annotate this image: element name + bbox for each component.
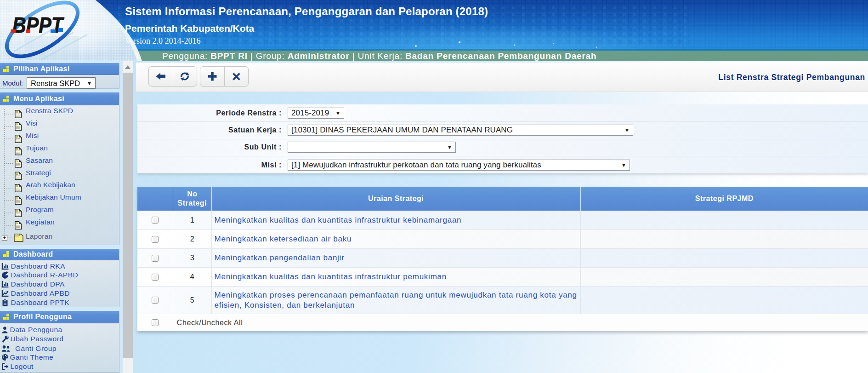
svg-text:Pengguna: BPPT RI | Group: Adm: Pengguna: BPPT RI | Group: Administrator… xyxy=(162,51,596,61)
svg-text:Version 2.0 2014-2016: Version 2.0 2014-2016 xyxy=(125,36,201,46)
svg-text:Sistem Informasi Perencanaan,: Sistem Informasi Perencanaan, Penganggar… xyxy=(125,5,488,17)
svg-text:Pemerintah Kabupaten/Kota: Pemerintah Kabupaten/Kota xyxy=(125,23,255,34)
svg-text:BPPT: BPPT xyxy=(12,13,64,37)
